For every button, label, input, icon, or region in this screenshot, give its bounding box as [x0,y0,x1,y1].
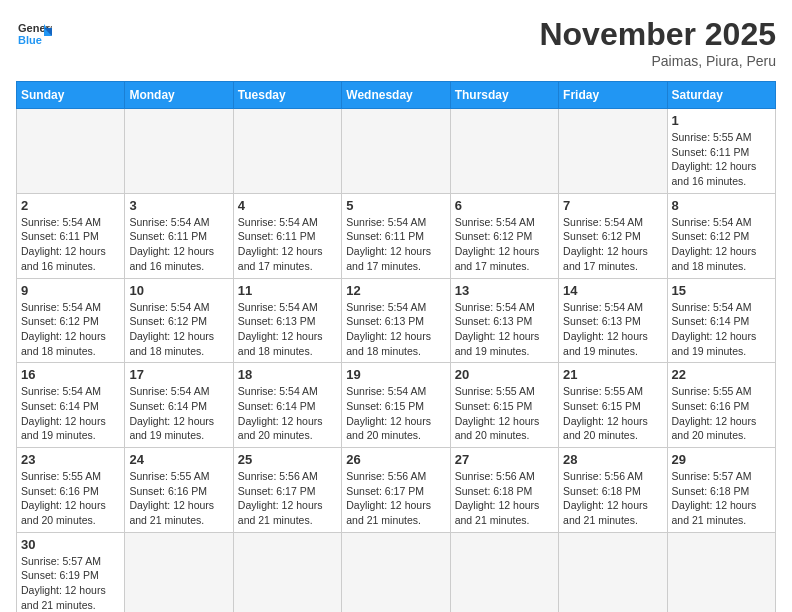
day-info: Sunrise: 5:54 AMSunset: 6:12 PMDaylight:… [563,215,662,274]
day-number: 24 [129,452,228,467]
calendar-cell: 7Sunrise: 5:54 AMSunset: 6:12 PMDaylight… [559,193,667,278]
calendar-cell: 22Sunrise: 5:55 AMSunset: 6:16 PMDayligh… [667,363,775,448]
day-number: 21 [563,367,662,382]
calendar-cell [559,532,667,612]
day-number: 3 [129,198,228,213]
day-info: Sunrise: 5:54 AMSunset: 6:11 PMDaylight:… [129,215,228,274]
day-info: Sunrise: 5:54 AMSunset: 6:12 PMDaylight:… [455,215,554,274]
day-number: 10 [129,283,228,298]
calendar-cell: 17Sunrise: 5:54 AMSunset: 6:14 PMDayligh… [125,363,233,448]
day-info: Sunrise: 5:54 AMSunset: 6:12 PMDaylight:… [21,300,120,359]
calendar-cell: 23Sunrise: 5:55 AMSunset: 6:16 PMDayligh… [17,448,125,533]
day-info: Sunrise: 5:54 AMSunset: 6:13 PMDaylight:… [563,300,662,359]
page-header: General Blue November 2025 Paimas, Piura… [16,16,776,69]
day-number: 2 [21,198,120,213]
day-info: Sunrise: 5:56 AMSunset: 6:18 PMDaylight:… [455,469,554,528]
day-number: 13 [455,283,554,298]
day-info: Sunrise: 5:56 AMSunset: 6:17 PMDaylight:… [238,469,337,528]
day-info: Sunrise: 5:54 AMSunset: 6:13 PMDaylight:… [455,300,554,359]
calendar-cell [559,109,667,194]
calendar-cell: 27Sunrise: 5:56 AMSunset: 6:18 PMDayligh… [450,448,558,533]
calendar-cell: 14Sunrise: 5:54 AMSunset: 6:13 PMDayligh… [559,278,667,363]
day-number: 27 [455,452,554,467]
day-number: 8 [672,198,771,213]
week-row-5: 23Sunrise: 5:55 AMSunset: 6:16 PMDayligh… [17,448,776,533]
day-number: 30 [21,537,120,552]
calendar-table: SundayMondayTuesdayWednesdayThursdayFrid… [16,81,776,612]
day-number: 14 [563,283,662,298]
location: Paimas, Piura, Peru [539,53,776,69]
calendar-cell: 4Sunrise: 5:54 AMSunset: 6:11 PMDaylight… [233,193,341,278]
calendar-cell [450,532,558,612]
calendar-cell: 1Sunrise: 5:55 AMSunset: 6:11 PMDaylight… [667,109,775,194]
calendar-cell [233,532,341,612]
calendar-cell: 15Sunrise: 5:54 AMSunset: 6:14 PMDayligh… [667,278,775,363]
day-number: 1 [672,113,771,128]
calendar-cell: 2Sunrise: 5:54 AMSunset: 6:11 PMDaylight… [17,193,125,278]
day-info: Sunrise: 5:54 AMSunset: 6:13 PMDaylight:… [238,300,337,359]
day-number: 29 [672,452,771,467]
day-number: 7 [563,198,662,213]
calendar-cell: 13Sunrise: 5:54 AMSunset: 6:13 PMDayligh… [450,278,558,363]
day-info: Sunrise: 5:54 AMSunset: 6:11 PMDaylight:… [346,215,445,274]
day-number: 4 [238,198,337,213]
calendar-cell: 30Sunrise: 5:57 AMSunset: 6:19 PMDayligh… [17,532,125,612]
calendar-cell: 10Sunrise: 5:54 AMSunset: 6:12 PMDayligh… [125,278,233,363]
calendar-cell: 24Sunrise: 5:55 AMSunset: 6:16 PMDayligh… [125,448,233,533]
column-header-saturday: Saturday [667,82,775,109]
calendar-cell: 29Sunrise: 5:57 AMSunset: 6:18 PMDayligh… [667,448,775,533]
day-number: 12 [346,283,445,298]
day-number: 19 [346,367,445,382]
calendar-cell: 16Sunrise: 5:54 AMSunset: 6:14 PMDayligh… [17,363,125,448]
day-number: 25 [238,452,337,467]
calendar-cell: 3Sunrise: 5:54 AMSunset: 6:11 PMDaylight… [125,193,233,278]
column-header-monday: Monday [125,82,233,109]
column-header-wednesday: Wednesday [342,82,450,109]
calendar-cell: 8Sunrise: 5:54 AMSunset: 6:12 PMDaylight… [667,193,775,278]
week-row-6: 30Sunrise: 5:57 AMSunset: 6:19 PMDayligh… [17,532,776,612]
calendar-cell: 21Sunrise: 5:55 AMSunset: 6:15 PMDayligh… [559,363,667,448]
logo: General Blue [16,16,52,52]
calendar-cell [17,109,125,194]
calendar-cell: 18Sunrise: 5:54 AMSunset: 6:14 PMDayligh… [233,363,341,448]
day-info: Sunrise: 5:54 AMSunset: 6:14 PMDaylight:… [21,384,120,443]
calendar-cell [125,109,233,194]
day-info: Sunrise: 5:54 AMSunset: 6:11 PMDaylight:… [21,215,120,274]
day-info: Sunrise: 5:55 AMSunset: 6:11 PMDaylight:… [672,130,771,189]
calendar-cell: 26Sunrise: 5:56 AMSunset: 6:17 PMDayligh… [342,448,450,533]
calendar-cell [125,532,233,612]
calendar-cell [233,109,341,194]
day-info: Sunrise: 5:54 AMSunset: 6:13 PMDaylight:… [346,300,445,359]
day-info: Sunrise: 5:54 AMSunset: 6:12 PMDaylight:… [129,300,228,359]
column-header-sunday: Sunday [17,82,125,109]
column-header-friday: Friday [559,82,667,109]
day-info: Sunrise: 5:55 AMSunset: 6:15 PMDaylight:… [563,384,662,443]
month-title: November 2025 [539,16,776,53]
day-number: 6 [455,198,554,213]
title-block: November 2025 Paimas, Piura, Peru [539,16,776,69]
day-info: Sunrise: 5:54 AMSunset: 6:12 PMDaylight:… [672,215,771,274]
day-info: Sunrise: 5:56 AMSunset: 6:17 PMDaylight:… [346,469,445,528]
calendar-cell: 28Sunrise: 5:56 AMSunset: 6:18 PMDayligh… [559,448,667,533]
day-info: Sunrise: 5:54 AMSunset: 6:14 PMDaylight:… [238,384,337,443]
day-number: 20 [455,367,554,382]
day-number: 17 [129,367,228,382]
day-info: Sunrise: 5:55 AMSunset: 6:16 PMDaylight:… [672,384,771,443]
calendar-cell [342,109,450,194]
calendar-cell [450,109,558,194]
day-number: 5 [346,198,445,213]
day-number: 15 [672,283,771,298]
calendar-header-row: SundayMondayTuesdayWednesdayThursdayFrid… [17,82,776,109]
day-info: Sunrise: 5:54 AMSunset: 6:14 PMDaylight:… [672,300,771,359]
svg-text:Blue: Blue [18,34,42,46]
day-number: 9 [21,283,120,298]
week-row-4: 16Sunrise: 5:54 AMSunset: 6:14 PMDayligh… [17,363,776,448]
day-number: 11 [238,283,337,298]
calendar-cell: 9Sunrise: 5:54 AMSunset: 6:12 PMDaylight… [17,278,125,363]
week-row-2: 2Sunrise: 5:54 AMSunset: 6:11 PMDaylight… [17,193,776,278]
day-info: Sunrise: 5:54 AMSunset: 6:11 PMDaylight:… [238,215,337,274]
day-number: 26 [346,452,445,467]
calendar-cell [342,532,450,612]
day-info: Sunrise: 5:55 AMSunset: 6:16 PMDaylight:… [129,469,228,528]
column-header-tuesday: Tuesday [233,82,341,109]
